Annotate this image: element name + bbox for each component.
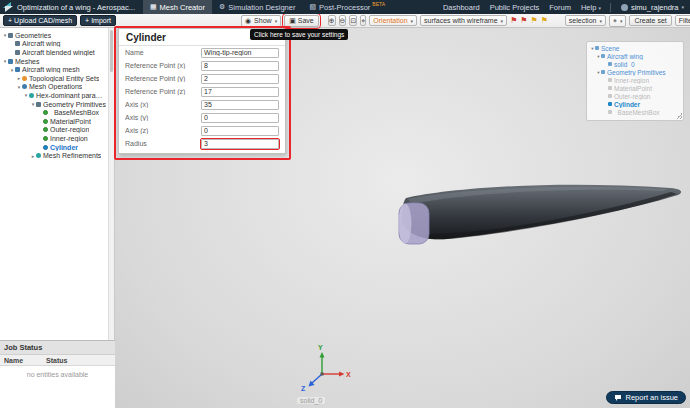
tree-item-materialpoint[interactable]: MaterialPoint (0, 117, 108, 126)
geometry-icon (15, 41, 20, 46)
gear-icon: ⚙ (219, 3, 225, 11)
solid-icon (608, 62, 612, 66)
orientation-dropdown[interactable]: Orientation (369, 15, 417, 26)
tree-item-geometry-primitives[interactable]: Geometry Primitives (0, 100, 108, 109)
cylinder-icon (608, 102, 612, 106)
field-label: Reference Point (y) (125, 75, 201, 82)
scene-item-geometry-primitives[interactable]: Geometry Primitives (589, 68, 681, 76)
flag-yellow-icon[interactable]: ⚑ (541, 16, 548, 26)
fit-view-button[interactable]: ⊡ (349, 15, 357, 26)
reference-point-y-field[interactable] (201, 74, 279, 84)
fit-view-icon: ⊡ (350, 17, 356, 25)
tab-mesh-creator[interactable]: ▦ Mesh Creator (143, 0, 212, 14)
tree-scrollbar[interactable] (108, 28, 114, 340)
scene-item-solid-0[interactable]: solid_0 (589, 60, 681, 68)
column-status: Status (42, 355, 71, 365)
field-label: Radius (125, 140, 201, 147)
cylinder-region-highlight (399, 203, 430, 244)
form-row: Axis (z) (119, 124, 285, 137)
tree-item-outer-region[interactable]: Outer-region (0, 126, 108, 135)
tab-label: Simulation Designer (228, 3, 295, 12)
axis-y-field[interactable] (201, 113, 279, 123)
tree-item-topological-entity-sets[interactable]: Topological Entity Sets (0, 74, 108, 83)
flag-yellow-icon[interactable]: ⚑ (530, 16, 537, 26)
axis-z-field[interactable] (201, 126, 279, 136)
flag-red-icon[interactable]: ⚑ (510, 16, 517, 26)
pick-tool-dropdown[interactable]: ⌖ (609, 15, 626, 27)
main-tabs: ▦ Mesh Creator ⚙ Simulation Designer ▧ P… (143, 0, 392, 14)
tree-item-meshes[interactable]: Meshes (0, 57, 108, 66)
axis-x-field[interactable] (201, 100, 279, 110)
report-issue-button[interactable]: Report an issue (606, 391, 686, 404)
nav-help-menu[interactable]: Help ▾ (576, 3, 606, 12)
name-field[interactable] (201, 48, 279, 58)
primitive-icon (608, 78, 612, 82)
zoom-out-icon: ⊖ (340, 17, 346, 25)
primitive-icon (43, 127, 48, 132)
project-tree-panel: Geometries Aircraft wing Aircraft blende… (0, 28, 115, 408)
zoom-out-button[interactable]: ⊖ (339, 15, 347, 26)
field-label: Name (125, 49, 201, 56)
scrollbar-thumb[interactable] (110, 30, 113, 72)
tree-item-mesh-refinements[interactable]: Mesh Refinements (0, 151, 108, 160)
column-name: Name (0, 355, 42, 365)
filter-dropdown[interactable]: Filter (675, 15, 690, 26)
render-mode-select[interactable]: surfaces with wireframe (420, 15, 507, 26)
tree-item-basemeshbox[interactable]: _BaseMeshBox (0, 108, 108, 117)
project-tree: Geometries Aircraft wing Aircraft blende… (0, 28, 108, 340)
tree-item-hex-dominant-parametric[interactable]: Hex-dominant parametric - Wing (0, 91, 108, 100)
beta-badge: BETA (372, 0, 385, 8)
form-row: Radius (119, 137, 285, 150)
reference-point-x-field[interactable] (201, 61, 279, 71)
selection-mode-select[interactable]: selection (565, 15, 606, 26)
scene-item-aircraft-wing[interactable]: Aircraft wing (589, 52, 681, 60)
tree-item-aircraft-wing[interactable]: Aircraft wing (0, 40, 108, 49)
tree-item-mesh-operations[interactable]: Mesh Operations (0, 83, 108, 92)
primitive-icon (43, 119, 48, 124)
reference-point-z-field[interactable] (201, 87, 279, 97)
primitive-icon (608, 94, 612, 98)
viewport-status-label: solid_0 (297, 397, 325, 404)
radius-field[interactable] (201, 139, 279, 149)
crosshair-icon: ⌖ (613, 17, 617, 25)
scene-item-basemeshbox[interactable]: _BaseMeshBox (589, 108, 681, 116)
show-dropdown[interactable]: ◉ Show (241, 15, 281, 27)
tree-item-inner-region[interactable]: Inner-region (0, 134, 108, 143)
upload-cad-mesh-button[interactable]: + Upload CAD/mesh (3, 15, 77, 26)
panel-resize-handle[interactable] (676, 113, 682, 119)
center-view-button[interactable]: ⌖ (360, 15, 366, 26)
folder-icon (601, 70, 605, 74)
chevron-down-icon: ▾ (681, 4, 684, 10)
form-row: Name (119, 46, 285, 59)
tree-item-geometries[interactable]: Geometries (0, 31, 108, 40)
tree-item-cylinder[interactable]: Cylinder (0, 143, 108, 152)
nav-public-projects[interactable]: Public Projects (485, 3, 545, 12)
zoom-in-button[interactable]: ⊕ (328, 15, 336, 26)
scene-item-materialpoint[interactable]: MaterialPoint (589, 84, 681, 92)
tab-label: Mesh Creator (160, 3, 205, 12)
field-label: Axis (z) (125, 127, 201, 134)
nav-dashboard[interactable]: Dashboard (438, 3, 485, 12)
app-window: Optimization of a wing - Aerospac... ▦ M… (0, 0, 690, 408)
flag-red-icon[interactable]: ⚑ (520, 16, 527, 26)
field-label: Axis (y) (125, 114, 201, 121)
import-button[interactable]: + Import (80, 15, 116, 26)
user-menu[interactable]: simu_rajendra ▾ (615, 3, 690, 12)
job-status-title: Job Status (0, 341, 115, 355)
scene-item-scene[interactable]: Scene (589, 44, 681, 52)
app-logo-icon[interactable] (3, 2, 13, 12)
tab-simulation-designer[interactable]: ⚙ Simulation Designer (212, 0, 302, 14)
tab-post-processor[interactable]: ▧ Post-Processor BETA (302, 0, 392, 14)
create-set-button[interactable]: Create set (629, 15, 671, 26)
save-button[interactable]: ▣ Save (284, 15, 319, 27)
form-row: Reference Point (z) (119, 85, 285, 98)
entity-set-icon (22, 76, 27, 81)
avatar (621, 4, 628, 11)
nav-forum[interactable]: Forum (544, 3, 576, 12)
scene-item-inner-region[interactable]: Inner-region (589, 76, 681, 84)
scene-item-outer-region[interactable]: Outer-region (589, 92, 681, 100)
scene-item-cylinder[interactable]: Cylinder (589, 100, 681, 108)
save-icon: ▣ (289, 17, 296, 25)
tree-item-aircraft-wing-mesh[interactable]: Aircraft wing mesh (0, 65, 108, 74)
tree-item-aircraft-blended-winglet[interactable]: Aircraft blended winglet (0, 48, 108, 57)
